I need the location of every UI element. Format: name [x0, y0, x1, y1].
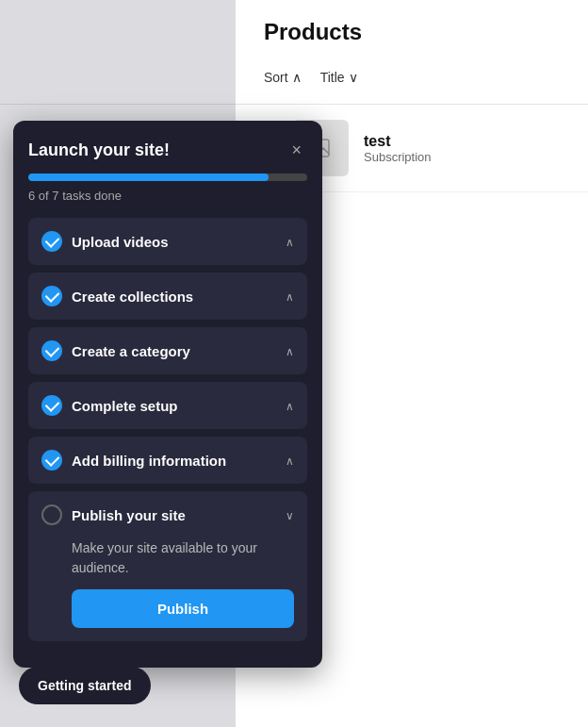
- check-icon-publish-site: [41, 504, 62, 525]
- task-item-upload-videos: Upload videos: [28, 218, 307, 265]
- check-icon-complete-setup: [41, 395, 62, 416]
- task-description-publish-site: Make your site available to your audienc…: [72, 538, 294, 578]
- task-left-upload-videos: Upload videos: [41, 231, 169, 252]
- product-type: Subscription: [364, 150, 432, 164]
- progress-bar-container: [28, 173, 307, 181]
- title-control[interactable]: Title ∨: [320, 70, 358, 85]
- task-header-publish-site[interactable]: Publish your site: [28, 491, 307, 538]
- task-item-complete-setup: Complete setup: [28, 382, 307, 429]
- chevron-icon-complete-setup: [286, 398, 294, 413]
- product-name: test: [364, 133, 432, 150]
- sort-control[interactable]: Sort ∧: [264, 70, 302, 85]
- task-item-add-billing: Add billing information: [28, 437, 307, 484]
- check-icon-create-category: [41, 340, 62, 361]
- chevron-icon-create-category: [286, 343, 294, 358]
- task-label-add-billing: Add billing information: [72, 453, 226, 469]
- task-left-create-collections: Create collections: [41, 286, 193, 306]
- task-left-create-category: Create a category: [41, 340, 190, 361]
- check-icon-add-billing: [41, 450, 62, 471]
- check-icon-create-collections: [41, 286, 62, 306]
- launch-modal: Launch your site! × 6 of 7 tasks done Up…: [13, 121, 322, 668]
- task-label-create-category: Create a category: [72, 343, 190, 359]
- chevron-icon-upload-videos: [286, 234, 294, 249]
- page-title: Products: [264, 19, 560, 45]
- task-label-create-collections: Create collections: [72, 289, 193, 305]
- task-item-publish-site: Publish your site Make your site availab…: [28, 491, 307, 641]
- progress-bar-fill: [28, 173, 269, 181]
- task-header-create-collections[interactable]: Create collections: [28, 273, 307, 320]
- task-header-create-category[interactable]: Create a category: [28, 327, 307, 374]
- task-label-upload-videos: Upload videos: [72, 234, 169, 250]
- sort-chevron-icon: ∧: [292, 70, 302, 85]
- modal-header: Launch your site! ×: [28, 140, 307, 160]
- modal-title: Launch your site!: [28, 140, 170, 160]
- title-col-label: Title: [320, 70, 345, 85]
- publish-button[interactable]: Publish: [72, 589, 294, 628]
- table-controls: Sort ∧ Title ∨: [264, 60, 560, 94]
- task-body-publish-site: Make your site available to your audienc…: [28, 538, 307, 641]
- modal-close-button[interactable]: ×: [286, 140, 307, 160]
- task-label-complete-setup: Complete setup: [72, 398, 178, 414]
- getting-started-button[interactable]: Getting started: [19, 667, 151, 704]
- check-icon-upload-videos: [41, 231, 62, 252]
- progress-text: 6 of 7 tasks done: [28, 189, 307, 203]
- task-item-create-collections: Create collections: [28, 273, 307, 320]
- task-header-upload-videos[interactable]: Upload videos: [28, 218, 307, 265]
- title-chevron-icon: ∨: [349, 70, 358, 85]
- task-label-publish-site: Publish your site: [72, 507, 186, 523]
- task-left-complete-setup: Complete setup: [41, 395, 178, 416]
- task-left-add-billing: Add billing information: [41, 450, 226, 471]
- task-header-complete-setup[interactable]: Complete setup: [28, 382, 307, 429]
- chevron-icon-add-billing: [286, 453, 294, 468]
- chevron-icon-create-collections: [286, 289, 294, 304]
- task-left-publish-site: Publish your site: [41, 504, 186, 525]
- task-item-create-category: Create a category: [28, 327, 307, 374]
- sort-label: Sort: [264, 70, 288, 85]
- product-info: test Subscription: [364, 133, 432, 164]
- chevron-icon-publish-site: [286, 507, 294, 522]
- task-header-add-billing[interactable]: Add billing information: [28, 437, 307, 484]
